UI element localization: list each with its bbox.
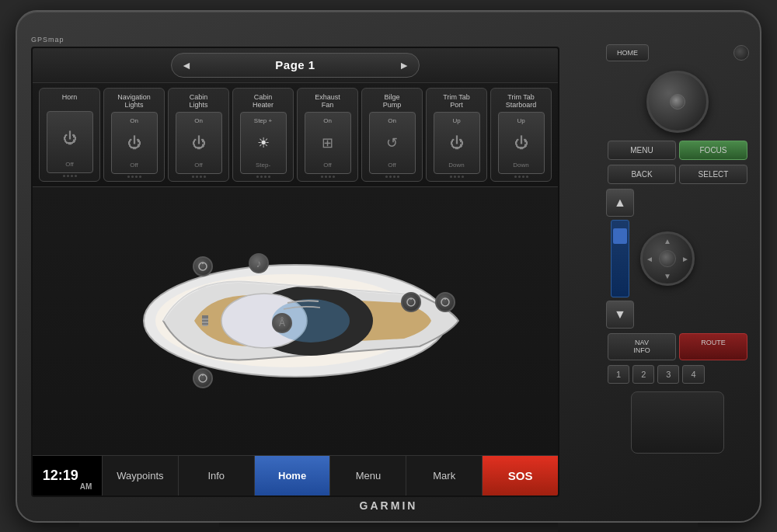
main-knob[interactable] [646,71,709,133]
main-screen: ◄ Page 1 ► Horn ⏻ Off [31,47,559,497]
switch-cabin-lights[interactable]: CabinLights On ⏻ Off [168,88,229,183]
switch-horn-label: Horn [62,92,78,109]
switch-cabin-lights-body: On ⏻ Off [176,112,222,174]
num-1-button[interactable]: 1 [608,365,629,384]
switch-trimtab-port-label: Trim TabPort [443,92,470,110]
blue-scrollbar[interactable] [611,220,629,297]
cabin-heater-sun-icon: ☀ [257,134,270,151]
svg-rect-6 [202,315,208,318]
time-value: 12:19 [43,468,78,484]
right-panel: HOME MENU FOCUS BACK SELECT ▲ ▼ [597,41,752,492]
scroll-up-button[interactable]: ▲ [606,189,634,217]
mid-controls: ▲ ▼ ▲ ▼ ◄ ► [603,189,752,329]
svg-rect-8 [202,323,208,325]
waypoints-button[interactable]: Waypoints [103,456,179,495]
switch-bilge-pump-label: BilgePump [383,92,402,110]
time-display: 12:19 AM [33,456,103,495]
switches-area: Horn ⏻ Off NavigationLights On ⏻ [33,83,558,188]
touch-pad[interactable] [631,391,724,454]
nav-right-arrow: ► [681,254,689,263]
bilge-pump-off-label: Off [388,162,396,169]
switch-trimtab-starboard-body: Up ⏻ Down [498,112,545,174]
exhaust-fan-icon: ⊞ [322,134,333,151]
home-panel-button[interactable]: HOME [606,44,649,61]
switch-trimtab-port-body: Up ⏻ Down [434,112,480,174]
nav-lights-power-icon: ⏻ [127,135,141,151]
switch-cabin-heater-body: Step + ☀ Step- [240,112,287,174]
switch-cabin-heater-label: CabinHeater [253,92,274,110]
music-note-icon: ♪ [256,257,262,269]
page-nav-inner: ◄ Page 1 ► [171,53,420,78]
device-body: GPSmap ◄ Page 1 ► Horn ⏻ Off [16,10,761,523]
horn-power-icon: ⏻ [63,130,77,147]
switch-horn-body: ⏻ Off [47,111,93,173]
trimtab-starboard-down-label: Down [513,162,528,169]
cabin-lights-off-label: Off [194,162,203,169]
focus-panel-button[interactable]: FOCUS [679,141,747,160]
cabin-heater-step-label: Step- [256,162,270,169]
switch-cabin-lights-label: CabinLights [189,92,207,110]
switch-nav-lights[interactable]: NavigationLights On ⏻ Off [103,88,165,183]
switch-exhaust-fan[interactable]: ExhaustFan On ⊞ Off [297,88,358,183]
page-nav-bar: ◄ Page 1 ► [33,48,558,83]
model-label: GPSmap [31,36,589,43]
nav-route-row: NAVINFO ROUTE [603,333,752,361]
num-4-button[interactable]: 4 [682,365,704,384]
select-panel-button[interactable]: SELECT [679,165,747,184]
next-page-button[interactable]: ► [399,59,409,71]
switch-cabin-heater[interactable]: CabinHeater Step + ☀ Step- [232,88,294,183]
switch-bilge-pump[interactable]: BilgePump On ↺ Off [361,88,423,183]
nav-up-arrow: ▲ [664,237,671,245]
horn-off-label: Off [65,161,74,168]
switch-horn[interactable]: Horn ⏻ Off [39,88,100,183]
bottom-bar: 12:19 AM Waypoints Info Home Menu Mark S… [33,455,558,495]
mark-button[interactable]: Mark [406,456,483,495]
number-buttons: 1 2 3 4 [603,365,752,384]
route-button[interactable]: ROUTE [679,333,747,361]
cabin-lights-power-icon: ⏻ [192,135,206,151]
nav-left-arrow: ◄ [646,254,653,263]
switch-bilge-pump-body: On ↺ Off [369,112,416,174]
scroll-down-button[interactable]: ▼ [606,301,634,329]
switch-nav-lights-body: On ⏻ Off [111,112,158,174]
nav-down-arrow: ▼ [664,272,671,280]
boat-diagram-svg [124,239,466,402]
num-2-button[interactable]: 2 [632,365,654,384]
switch-trimtab-starboard-label: Trim TabStarboard [506,92,537,110]
switch-exhaust-fan-body: On ⊞ Off [305,112,351,174]
menu-button[interactable]: Menu [330,456,406,495]
home-button[interactable]: Home [255,456,331,495]
time-suffix: AM [80,482,92,491]
switch-nav-lights-label: NavigationLights [117,92,151,110]
trimtab-port-down-label: Down [448,162,464,169]
sos-button[interactable]: SOS [483,456,558,495]
nav-knob-center [659,250,676,267]
back-select-row: BACK SELECT [603,165,752,184]
trimtab-starboard-power-icon: ⏻ [514,135,528,151]
switch-exhaust-fan-label: ExhaustFan [315,92,340,110]
small-knob-icon [733,45,749,61]
nav-knob[interactable]: ▲ ▼ ◄ ► [640,231,695,286]
boat-diagram-area: ♪ [33,187,558,454]
nav-info-button[interactable]: NAVINFO [608,333,676,361]
num-3-button[interactable]: 3 [657,365,679,384]
knob-center [670,94,685,110]
menu-focus-row: MENU FOCUS [603,141,752,160]
scroll-indicator [613,228,627,244]
menu-panel-button[interactable]: MENU [608,141,676,160]
switch-trimtab-starboard[interactable]: Trim TabStarboard Up ⏻ Down [490,88,552,183]
screen-area: GPSmap ◄ Page 1 ► Horn ⏻ Off [31,36,589,497]
info-button[interactable]: Info [179,456,255,495]
brand-label: GARMIN [360,499,418,512]
antenna-icon: Â [279,318,285,329]
switch-trimtab-port[interactable]: Trim TabPort Up ⏻ Down [426,88,487,183]
nav-lights-off-label: Off [130,162,138,169]
svg-rect-7 [202,320,208,322]
exhaust-fan-off-label: Off [323,162,332,169]
bilge-pump-icon: ↺ [386,134,398,151]
back-panel-button[interactable]: BACK [608,165,676,184]
page-title: Page 1 [275,58,315,71]
trimtab-port-power-icon: ⏻ [450,135,464,151]
prev-page-button[interactable]: ◄ [181,59,192,71]
